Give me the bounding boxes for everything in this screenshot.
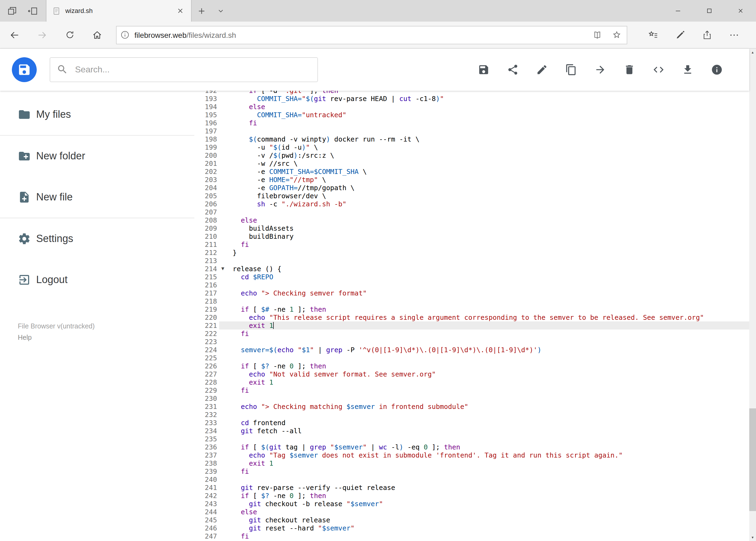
refresh-button[interactable] (59, 24, 81, 46)
code-line-217[interactable]: 217 echo "> Checking semver format" (194, 289, 749, 297)
download-button[interactable] (681, 63, 694, 76)
code-line-204[interactable]: 204 -e GOPATH=//tmp/gopath \ (194, 184, 749, 192)
code-line-239[interactable]: 239 fi (194, 467, 749, 475)
code-line-210[interactable]: 210 buildBinary (194, 232, 749, 241)
address-bar[interactable]: filebrowser.web/files/wizard.sh (116, 26, 627, 44)
code-line-234[interactable]: 234 git fetch --all (194, 427, 749, 435)
set-tabs-aside-button[interactable] (24, 2, 41, 19)
info-button[interactable] (710, 63, 723, 76)
code-line-193[interactable]: 193 COMMIT_SHA="$(git rev-parse HEAD | c… (194, 95, 749, 103)
browser-tab[interactable]: wizard.sh (46, 0, 192, 22)
home-button[interactable] (86, 24, 108, 46)
code-line-192[interactable]: 192 if [ -d ".git" ]; then (194, 91, 749, 95)
favorite-button[interactable] (609, 27, 625, 43)
scrollbar-thumb[interactable] (749, 408, 756, 511)
code-line-224[interactable]: 224 semver=$(echo "$1" | grep -P '^v(0|[… (194, 346, 749, 354)
sidebar-item-settings[interactable]: Settings (0, 218, 194, 259)
code-line-242[interactable]: 242 if [ $? -ne 0 ]; then (194, 492, 749, 500)
code-line-209[interactable]: 209 buildAssets (194, 224, 749, 232)
maximize-button[interactable] (693, 0, 725, 22)
code-line-200[interactable]: 200 -v /$(pwd):/src:z \ (194, 151, 749, 159)
code-line-228[interactable]: 228 exit 1 (194, 378, 749, 386)
code-button[interactable] (652, 63, 665, 76)
share-button[interactable] (506, 63, 519, 76)
edit-button[interactable] (536, 63, 549, 76)
reading-view-button[interactable] (589, 27, 605, 43)
back-button[interactable] (4, 24, 25, 46)
code-line-222[interactable]: 222 fi (194, 329, 749, 337)
code-line-205[interactable]: 205 filebrowser/dev \ (194, 192, 749, 200)
code-line-197[interactable]: 197 (194, 127, 749, 135)
code-line-223[interactable]: 223 (194, 337, 749, 346)
code-line-202[interactable]: 202 -e COMMIT_SHA=$COMMIT_SHA \ (194, 168, 749, 176)
code-line-236[interactable]: 236 if [ $(git tag | grep "$semver" | wc… (194, 443, 749, 451)
forward-button[interactable] (31, 24, 53, 46)
delete-button[interactable] (623, 63, 636, 76)
code-line-244[interactable]: 244 else (194, 508, 749, 516)
code-line-215[interactable]: 215 cd $REPO (194, 273, 749, 281)
copy-button[interactable] (565, 63, 578, 76)
code-line-201[interactable]: 201 -w //src \ (194, 159, 749, 168)
sidebar-item-new-folder[interactable]: New folder (0, 136, 194, 177)
sidebar-item-new-file[interactable]: New file (0, 177, 194, 218)
code-line-220[interactable]: 220 echo "This release script requires a… (194, 313, 749, 321)
code-line-214[interactable]: 214▼release () { (194, 265, 749, 273)
fold-gutter (219, 532, 233, 540)
code-line-219[interactable]: 219 if [ $# -ne 1 ]; then (194, 305, 749, 313)
code-line-232[interactable]: 232 (194, 410, 749, 419)
search-input[interactable] (50, 57, 318, 82)
code-editor[interactable]: 192 if [ -d ".git" ]; then193 COMMIT_SHA… (194, 91, 749, 541)
code-line-213[interactable]: 213 (194, 257, 749, 265)
page-scrollbar[interactable]: ▲ ▼ (749, 49, 756, 541)
code-line-246[interactable]: 246 git reset --hard "$semver" (194, 524, 749, 532)
sidebar-item-my-files[interactable]: My files (0, 94, 194, 135)
code-line-195[interactable]: 195 COMMIT_SHA="untracked" (194, 111, 749, 119)
tab-preview-button[interactable] (211, 0, 230, 22)
code-line-221[interactable]: 221 exit 1 (194, 321, 749, 329)
close-window-button[interactable] (725, 0, 756, 22)
web-notes-button[interactable] (669, 24, 691, 46)
code-line-207[interactable]: 207 (194, 208, 749, 216)
hub-button[interactable] (642, 24, 664, 46)
code-line-240[interactable]: 240 (194, 475, 749, 483)
code-line-233[interactable]: 233 cd frontend (194, 419, 749, 427)
code-line-230[interactable]: 230 (194, 394, 749, 402)
help-link[interactable]: Help (18, 334, 194, 341)
scrollbar-down-icon[interactable]: ▼ (749, 534, 756, 541)
code-line-199[interactable]: 199 -u "$(id -u)" \ (194, 143, 749, 151)
code-line-235[interactable]: 235 (194, 435, 749, 443)
scrollbar-up-icon[interactable]: ▲ (749, 49, 756, 56)
fold-arrow-icon[interactable]: ▼ (219, 265, 233, 273)
move-button[interactable] (594, 63, 607, 76)
code-line-212[interactable]: 212} (194, 249, 749, 257)
code-line-243[interactable]: 243 git checkout -b release "$semver" (194, 500, 749, 508)
tabs-set-aside-button[interactable] (3, 2, 21, 19)
code-line-216[interactable]: 216 (194, 281, 749, 289)
minimize-button[interactable] (662, 0, 693, 22)
sidebar-item-logout[interactable]: Logout (0, 259, 194, 300)
code-line-225[interactable]: 225 (194, 354, 749, 362)
code-line-227[interactable]: 227 echo "Not valid semver format. See s… (194, 370, 749, 378)
code-line-208[interactable]: 208 else (194, 216, 749, 224)
code-line-237[interactable]: 237 echo "Tag $semver does not exist in … (194, 451, 749, 459)
code-line-206[interactable]: 206 sh -c "./wizard.sh -b" (194, 200, 749, 208)
code-line-194[interactable]: 194 else (194, 103, 749, 111)
code-line-229[interactable]: 229 fi (194, 386, 749, 394)
more-options-button[interactable] (723, 24, 745, 46)
code-line-238[interactable]: 238 exit 1 (194, 459, 749, 467)
code-line-211[interactable]: 211 fi (194, 241, 749, 249)
tab-close-button[interactable] (175, 5, 186, 16)
code-line-245[interactable]: 245 git checkout release (194, 516, 749, 524)
code-line-198[interactable]: 198 $(command -v winpty) docker run --rm… (194, 135, 749, 143)
code-line-218[interactable]: 218 (194, 297, 749, 305)
filebrowser-logo[interactable] (12, 57, 37, 82)
code-line-247[interactable]: 247 fi (194, 532, 749, 540)
code-line-196[interactable]: 196 fi (194, 119, 749, 127)
code-line-203[interactable]: 203 -e HOME="//tmp" \ (194, 176, 749, 184)
code-line-241[interactable]: 241 git rev-parse --verify --quiet relea… (194, 483, 749, 492)
code-line-231[interactable]: 231 echo "> Checking matching $semver in… (194, 402, 749, 410)
code-line-226[interactable]: 226 if [ $? -ne 0 ]; then (194, 362, 749, 370)
save-button[interactable] (477, 63, 490, 76)
share-button[interactable] (696, 24, 718, 46)
new-tab-button[interactable] (192, 0, 211, 22)
